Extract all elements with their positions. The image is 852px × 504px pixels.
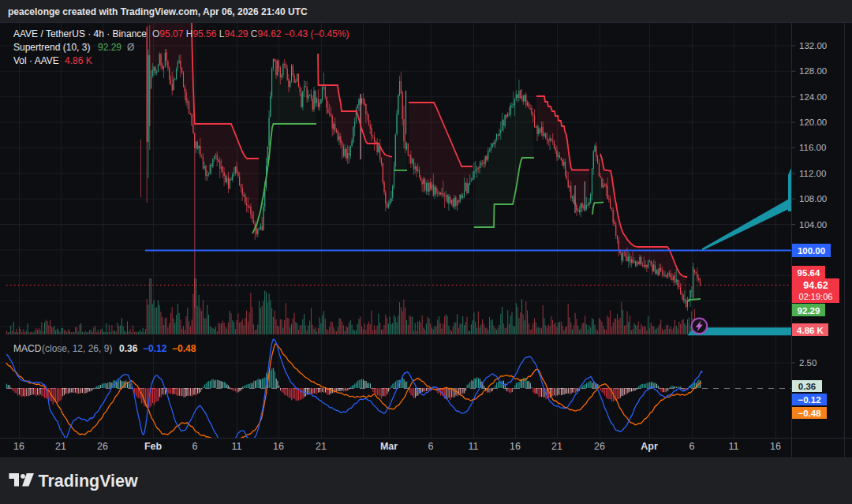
svg-text:11: 11 — [232, 441, 242, 452]
svg-text:124.00: 124.00 — [799, 92, 827, 102]
svg-text:112.00: 112.00 — [799, 169, 826, 178]
svg-text:100.00: 100.00 — [798, 246, 825, 256]
svg-text:16: 16 — [510, 441, 521, 452]
svg-text:6: 6 — [192, 441, 198, 452]
svg-text:95.64: 95.64 — [798, 268, 820, 278]
svg-text:6: 6 — [428, 441, 434, 452]
svg-text:MACD: MACD — [13, 343, 42, 354]
svg-text:AAVE / TetherUS · 4h · Binance: AAVE / TetherUS · 4h · Binance — [13, 28, 147, 39]
svg-text:11: 11 — [729, 441, 739, 452]
svg-text:−0.48: −0.48 — [798, 409, 821, 418]
svg-text:92.29: 92.29 — [798, 306, 820, 315]
svg-text:120.00: 120.00 — [799, 118, 827, 127]
svg-text:21: 21 — [551, 441, 562, 452]
svg-text:21: 21 — [55, 441, 66, 452]
svg-text:92.29: 92.29 — [98, 42, 121, 53]
svg-text:128.00: 128.00 — [799, 66, 827, 76]
svg-text:104.00: 104.00 — [799, 220, 827, 230]
svg-text:−0.12: −0.12 — [798, 395, 820, 405]
svg-text:132.00: 132.00 — [799, 41, 827, 50]
svg-text:0.36: 0.36 — [119, 343, 138, 354]
svg-text:16: 16 — [13, 441, 24, 452]
svg-text:Mar: Mar — [380, 441, 398, 452]
svg-text:6: 6 — [689, 441, 695, 452]
svg-text:26: 26 — [594, 441, 605, 452]
svg-text:−0.12: −0.12 — [143, 343, 167, 354]
svg-text:21: 21 — [316, 441, 327, 452]
svg-text:peacelonge created with Tradin: peacelonge created with TradingView.com,… — [8, 6, 308, 17]
svg-text:Feb: Feb — [144, 441, 163, 452]
svg-text:02:19:06: 02:19:06 — [799, 292, 833, 301]
svg-text:−0.48: −0.48 — [172, 343, 196, 354]
svg-text:(close, 12, 26, 9): (close, 12, 26, 9) — [42, 343, 112, 354]
svg-text:16: 16 — [273, 441, 284, 452]
svg-text:16: 16 — [770, 441, 781, 452]
svg-text:Vol · AAVE: Vol · AAVE — [13, 55, 59, 66]
svg-text:26: 26 — [97, 441, 108, 452]
svg-text:116.00: 116.00 — [799, 143, 826, 152]
svg-text:11: 11 — [469, 441, 479, 452]
svg-text:Apr: Apr — [641, 441, 658, 452]
svg-text:4.86 K: 4.86 K — [797, 326, 824, 335]
svg-text:108.00: 108.00 — [799, 194, 827, 203]
svg-text:O95.07 H95.56 L94.29 C94.62 −0: O95.07 H95.56 L94.29 C94.62 −0.43 (−0.45… — [152, 28, 349, 39]
svg-text:Supertrend (10, 3): Supertrend (10, 3) — [13, 42, 90, 53]
svg-text:94.62: 94.62 — [803, 280, 828, 291]
svg-text:4.86 K: 4.86 K — [65, 55, 92, 66]
svg-text:Ø: Ø — [127, 42, 134, 53]
svg-text:2.50: 2.50 — [799, 358, 816, 368]
svg-text:0.36: 0.36 — [798, 382, 816, 391]
svg-text:TradingView: TradingView — [39, 472, 139, 491]
